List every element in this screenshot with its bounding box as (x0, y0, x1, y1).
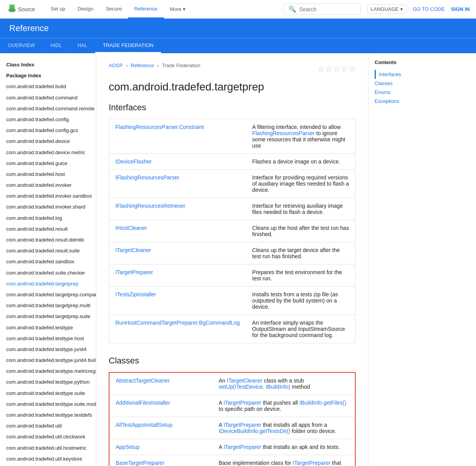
interface-link-itestszipinstaller[interactable]: ITestsZipInstaller (115, 291, 156, 297)
inline-link-itargetpreparer-3[interactable]: ITargetPreparer (224, 444, 261, 450)
toc-link-enums[interactable]: Enums (375, 89, 390, 95)
interface-link-iflashingresourcesparser[interactable]: IFlashingResourcesParser (115, 174, 179, 181)
breadcrumb-current: Trade Federation (162, 63, 200, 68)
sidebar-item-targetprep-suite[interactable]: com.android.tradefed.targetprep.suite (0, 311, 96, 322)
class-link-basetargetpreparer[interactable]: BaseTargetPreparer (116, 460, 164, 466)
table-row: FlashingResourcesParser.Constraint A fil… (109, 119, 356, 154)
subnav-hal[interactable]: HAL (69, 38, 95, 53)
sidebar-item-result[interactable]: com.android.tradefed.result (0, 224, 96, 235)
interface-link-itargetcleaner[interactable]: ITargetCleaner (115, 247, 151, 253)
sidebar-item-config-gcs[interactable]: com.android.tradefed.config.gcs (0, 125, 96, 136)
subnav-tradefed[interactable]: TRADE FEDERATION (95, 38, 162, 53)
toc-link-interfaces[interactable]: Interfaces (379, 71, 401, 77)
sidebar-item-util[interactable]: com.android.tradefed.util (0, 421, 96, 431)
sidebar-item-invoker[interactable]: com.android.tradefed.invoker (0, 180, 96, 191)
subnav-overview[interactable]: OVERVIEW (0, 38, 43, 53)
sidebar-item-testtype-suite[interactable]: com.android.tradefed.testtype.suite (0, 388, 96, 399)
nav-reference[interactable]: Reference (128, 0, 164, 19)
sidebar-item-targetprep[interactable]: com.android.tradefed.targetprep (0, 278, 96, 289)
interface-link-iflashingresourcesretriever[interactable]: IFlashingResourcesRetriever (115, 203, 186, 209)
inline-link-idevicebuildinfo-gettestsdir[interactable]: IDeviceBuildInfo.getTestsDir() (219, 428, 290, 434)
search-input[interactable] (299, 6, 354, 12)
star-5[interactable]: ☆ (349, 64, 356, 73)
breadcrumb-aosp[interactable]: AOSP (109, 63, 123, 68)
sidebar-item-package-index[interactable]: Package Index (0, 70, 96, 81)
sidebar-item-testtype-suite-module[interactable]: com.android.tradefed.testtype.suite.modu… (0, 399, 96, 410)
inline-link-flashingresourcesparser[interactable]: FlashingResourcesParser (252, 130, 315, 136)
sidebar-item-build[interactable]: com.android.tradefed.build (0, 81, 96, 92)
star-2[interactable]: ☆ (325, 64, 332, 73)
sidebar-item-util-keystore[interactable]: com.android.tradefed.util.keystore (0, 454, 96, 464)
nav-more[interactable]: More ▾ (164, 0, 192, 19)
language-button[interactable]: LANGUAGE ▾ (367, 4, 407, 14)
inline-link-itargetpreparer-1[interactable]: ITargetPreparer (224, 400, 261, 406)
sidebar-item-suite-checker[interactable]: com.android.tradefed.suite.checker (0, 268, 96, 278)
toc-link-exceptions[interactable]: Exceptions (375, 98, 400, 104)
class-link-alltestappsinstallsetup[interactable]: AllTestAppsInstallSetup (116, 422, 172, 428)
toc-item-exceptions[interactable]: Exceptions (375, 97, 440, 106)
interface-link-ihostcleaner[interactable]: IHostCleaner (115, 225, 147, 231)
sidebar-item-device-metric[interactable]: com.android.tradefed.device.metric (0, 147, 96, 158)
sidebar-item-host[interactable]: com.android.tradefed.host (0, 169, 96, 180)
nav-secure[interactable]: Secure (99, 0, 128, 19)
inline-link-ibuildinfo-getfiles[interactable]: IBuildInfo.getFiles() (299, 400, 346, 406)
sidebar-item-testtype-junit4-builder[interactable]: com.android.tradefed.testtype.junit4.bui… (0, 355, 96, 366)
sidebar-item-invoker-sandbox[interactable]: com.android.tradefed.invoker.sandbox (0, 191, 96, 202)
sidebar-item-testtype-metricregression[interactable]: com.android.tradefed.testtype.metricregr… (0, 366, 96, 377)
interface-link-itargetpreparer[interactable]: ITargetPreparer (115, 269, 153, 275)
sidebar-item-sandbox[interactable]: com.android.tradefed.sandbox (0, 256, 96, 267)
star-rating[interactable]: ☆ ☆ ☆ ☆ ☆ (318, 64, 356, 73)
go-to-code-button[interactable]: GO TO CODE (413, 6, 445, 12)
toc-item-interfaces[interactable]: Interfaces (375, 70, 440, 79)
nav-setup[interactable]: Set up (44, 0, 71, 19)
inline-link-itargetpreparer-2[interactable]: ITargetPreparer (224, 422, 261, 428)
class-link-appsetup[interactable]: AppSetup (116, 444, 140, 450)
sidebar-item-targetprep-multi[interactable]: com.android.tradefed.targetprep.multi (0, 300, 96, 311)
chevron-down-icon-lang: ▾ (400, 6, 403, 12)
interface-link-runhostcommandtargetpreparer[interactable]: RunHostCommandTargetPreparer.BgCommandLo… (115, 320, 240, 326)
sidebar-item-testtype-testdefs[interactable]: com.android.tradefed.testtype.testdefs (0, 410, 96, 421)
sidebar-item-testtype[interactable]: com.android.tradefed.testtype (0, 322, 96, 333)
sidebar-item-testtype-host[interactable]: com.android.tradefed.testtype.host (0, 333, 96, 344)
sidebar-item-util-net[interactable]: com.android.tradefed.util.net (0, 464, 96, 466)
star-3[interactable]: ☆ (333, 64, 340, 73)
toc-panel: Contents Interfaces Classes Enums Except… (368, 53, 446, 466)
sidebar-item-targetprep-companion[interactable]: com.android.tradefed.targetprep.companio… (0, 289, 96, 300)
sidebar-item-testtype-junit4[interactable]: com.android.tradefed.testtype.junit4 (0, 344, 96, 355)
sidebar-item-result-suite[interactable]: com.android.tradefed.result.suite (0, 245, 96, 256)
class-link-additionalfilesinstaller[interactable]: AdditionalFilesInstaller (116, 400, 170, 406)
class-link-abstracttargetcleaner[interactable]: AbstractTargetCleaner (116, 377, 170, 384)
inline-link-setup[interactable]: setUp(ITestDevice, IBuildInfo) (219, 384, 290, 390)
search-bar[interactable]: 🔍 (283, 3, 361, 15)
sidebar-item-class-index[interactable]: Class Index (0, 59, 96, 70)
sidebar-item-util-clockwork[interactable]: com.android.tradefed.util.clockwork (0, 431, 96, 442)
interface-link-flashingresourcesparser-constraint[interactable]: FlashingResourcesParser.Constraint (115, 124, 204, 130)
sidebar-item-log[interactable]: com.android.tradefed.log (0, 213, 96, 224)
breadcrumb-reference[interactable]: Reference (130, 63, 154, 68)
sidebar-item-util-hostmetric[interactable]: com.android.tradefed.util.hostmetric (0, 443, 96, 454)
sidebar-item-device[interactable]: com.android.tradefed.device (0, 136, 96, 147)
sidebar-item-guice[interactable]: com.android.tradefed.guice (0, 158, 96, 169)
toc-link-classes[interactable]: Classes (375, 80, 393, 86)
sidebar-item-command-remote[interactable]: com.android.tradefed.command.remote (0, 103, 96, 114)
interface-link-ideviceflasher[interactable]: IDeviceFlasher (115, 158, 151, 165)
logo[interactable]: Source (6, 3, 35, 15)
subnav-hidl[interactable]: HIDL (43, 38, 70, 53)
toc-item-enums[interactable]: Enums (375, 88, 440, 97)
star-1[interactable]: ☆ (318, 64, 325, 73)
star-4[interactable]: ☆ (341, 64, 348, 73)
table-row: BaseTargetPreparer Base implementation c… (109, 455, 355, 466)
sidebar-item-config[interactable]: com.android.tradefed.config (0, 114, 96, 125)
inline-link-itargetpreparer-4[interactable]: ITargetPreparer (293, 460, 330, 466)
sidebar-item-testtype-python[interactable]: com.android.tradefed.testtype.python (0, 377, 96, 388)
inline-link-itargetcleaner-0[interactable]: ITargetCleaner (227, 377, 262, 384)
nav-design[interactable]: Design (71, 0, 99, 19)
table-row: IHostCleaner Cleans up the host after th… (109, 220, 356, 242)
toc-item-classes[interactable]: Classes (375, 79, 440, 88)
table-row: AbstractTargetCleaner An ITargetCleaner … (109, 372, 355, 395)
sign-in-button[interactable]: SIGN IN (451, 6, 470, 12)
sidebar-item-result-ddmlib[interactable]: com.android.tradefed.result.ddmlib (0, 235, 96, 245)
sidebar-item-command[interactable]: com.android.tradefed.command (0, 92, 96, 103)
sidebar-item-invoker-shard[interactable]: com.android.tradefed.invoker.shard (0, 202, 96, 212)
svg-point-4 (10, 7, 11, 7)
